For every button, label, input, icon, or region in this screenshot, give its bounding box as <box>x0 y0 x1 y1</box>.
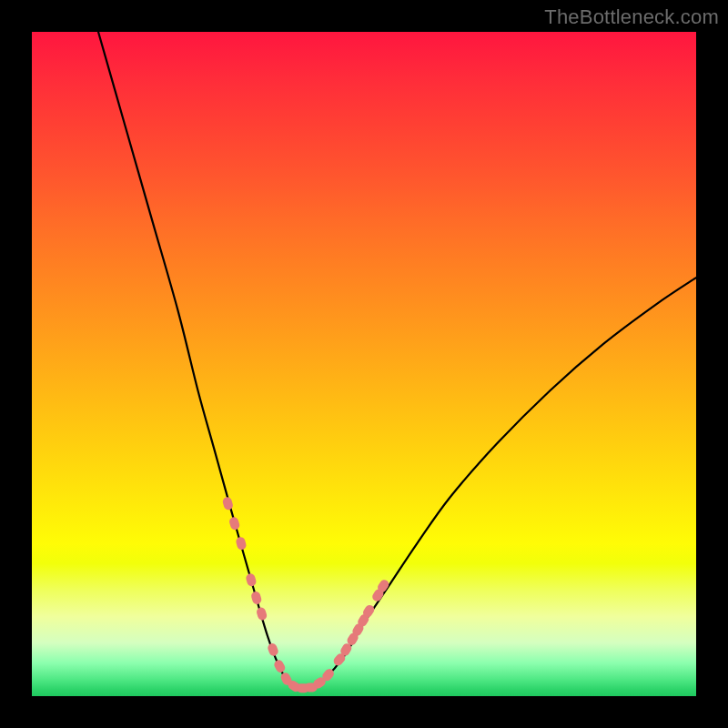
watermark-text: TheBottleneck.com <box>544 5 719 29</box>
curve-marker <box>256 606 268 621</box>
curve-marker <box>228 516 240 531</box>
bottleneck-curve <box>98 32 696 689</box>
curve-marker <box>235 536 247 551</box>
canvas-frame: TheBottleneck.com <box>0 0 728 728</box>
curve-marker <box>245 572 257 587</box>
curve-marker <box>273 659 287 674</box>
plot-area <box>32 32 696 696</box>
curve-marker <box>267 642 279 658</box>
chart-svg <box>32 32 696 696</box>
curve-marker <box>250 591 262 605</box>
marker-layer <box>222 496 391 693</box>
curve-marker <box>222 496 234 511</box>
curve-layer <box>98 32 696 689</box>
